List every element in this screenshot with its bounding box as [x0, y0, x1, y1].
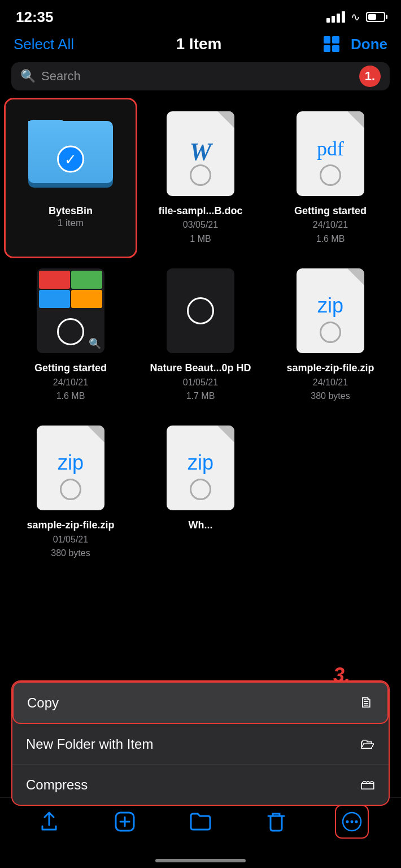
- file-item-zip1[interactable]: zip sample-zip-file.zip 24/10/21 380 byt…: [265, 257, 395, 414]
- compress-menu-item[interactable]: Compress 🗃: [12, 765, 389, 805]
- file-size: 380 bytes: [311, 390, 350, 402]
- file-item-zip2[interactable]: zip sample-zip-file.zip 01/05/21 380 byt…: [6, 414, 136, 571]
- status-time: 12:35: [16, 8, 54, 26]
- zip2-doc-icon: zip: [37, 426, 104, 510]
- status-bar: 12:35 ∿: [0, 0, 401, 31]
- search-bar[interactable]: 🔍 Search 1.: [11, 62, 390, 90]
- copy-icon: 🗎: [359, 694, 374, 711]
- step1-badge: 1.: [359, 66, 381, 87]
- zip3-doc-icon-wrap: zip: [155, 423, 246, 513]
- file-name: BytesBin: [49, 205, 93, 218]
- copy-menu-item[interactable]: Copy 🗎: [12, 682, 389, 724]
- file-name: sample-zip-file.zip: [286, 362, 374, 375]
- share-button[interactable]: [32, 805, 66, 839]
- file-size: 1.6 MB: [56, 390, 85, 402]
- file-item-video[interactable]: Nature Beaut...0p HD 01/05/21 1.7 MB: [136, 257, 265, 414]
- file-item-zip3[interactable]: zip Wh...: [136, 414, 265, 571]
- file-date: 24/10/21: [313, 219, 348, 231]
- context-menu: Copy 🗎 New Folder with Item 🗁 Compress 🗃: [11, 680, 390, 806]
- copy-label: Copy: [27, 695, 59, 711]
- file-date: 24/10/21: [313, 376, 348, 389]
- file-date: 03/05/21: [183, 219, 218, 231]
- battery-icon: [366, 12, 385, 22]
- nav-right-actions: Done: [324, 36, 387, 53]
- zip-doc-icon-wrap: zip: [285, 266, 376, 356]
- file-size: 1 MB: [190, 233, 211, 245]
- trash-button[interactable]: [259, 805, 293, 839]
- file-item-image[interactable]: 🔍 Getting started 24/10/21 1.6 MB: [6, 257, 136, 414]
- file-item-bytesbin[interactable]: ✓ BytesBin 1 item: [6, 99, 136, 257]
- search-input[interactable]: Search: [41, 69, 381, 84]
- file-name: Getting started: [34, 362, 107, 375]
- word-doc-icon-wrap: W: [155, 108, 246, 199]
- folder-icon-wrap: ✓: [25, 108, 116, 199]
- more-button[interactable]: 2.: [335, 805, 369, 839]
- file-date: 01/05/21: [183, 376, 218, 389]
- folder-button[interactable]: [184, 805, 217, 839]
- zip-doc-icon: zip: [297, 268, 364, 353]
- file-size: 380 bytes: [51, 547, 90, 559]
- new-folder-label: New Folder with Item: [26, 736, 153, 752]
- file-name: file-sampl...B.doc: [158, 205, 242, 218]
- file-name: Nature Beaut...0p HD: [150, 362, 251, 375]
- search-icon: 🔍: [20, 69, 36, 84]
- new-folder-menu-item[interactable]: New Folder with Item 🗁: [12, 724, 389, 765]
- image-thumbnail: 🔍: [37, 268, 104, 353]
- file-name: Getting started: [294, 205, 367, 218]
- file-item-pdf[interactable]: pdf Getting started 24/10/21 1.6 MB: [265, 99, 395, 257]
- nav-bar: Select All 1 Item Done: [0, 31, 401, 60]
- word-doc-icon: W: [167, 111, 234, 196]
- select-all-button[interactable]: Select All: [14, 36, 74, 53]
- svg-point-3: [351, 821, 354, 823]
- video-thumbnail: [167, 268, 234, 353]
- file-grid: ✓ BytesBin 1 item W file-sampl...B.doc 0…: [0, 99, 401, 571]
- status-icons: ∿: [326, 10, 385, 24]
- nav-title: 1 Item: [176, 35, 222, 53]
- pdf-doc-icon: pdf: [297, 111, 364, 196]
- svg-point-2: [346, 821, 349, 823]
- file-date: 01/05/21: [53, 533, 88, 546]
- file-date: 24/10/21: [53, 376, 88, 389]
- svg-point-4: [355, 821, 358, 823]
- new-folder-icon: 🗁: [360, 735, 375, 753]
- file-name: Wh...: [189, 519, 213, 532]
- compress-icon: 🗃: [360, 776, 375, 793]
- pdf-doc-icon-wrap: pdf: [285, 108, 376, 199]
- step3-badge: 3.: [333, 663, 350, 687]
- folder-checkmark-icon: ✓: [57, 146, 84, 173]
- home-indicator: [155, 859, 246, 862]
- signal-icon: [326, 11, 345, 23]
- image-icon-wrap: 🔍: [25, 266, 116, 356]
- grid-view-icon[interactable]: [324, 36, 339, 52]
- compress-label: Compress: [26, 777, 88, 793]
- zip2-doc-icon-wrap: zip: [25, 423, 116, 513]
- file-meta: 1 item: [58, 218, 84, 229]
- zip3-doc-icon: zip: [167, 426, 234, 510]
- add-button[interactable]: [108, 805, 142, 839]
- video-icon-wrap: [155, 266, 246, 356]
- file-size: 1.7 MB: [186, 390, 215, 402]
- file-name: sample-zip-file.zip: [27, 519, 114, 532]
- file-item-word[interactable]: W file-sampl...B.doc 03/05/21 1 MB: [136, 99, 265, 257]
- wifi-icon: ∿: [351, 10, 360, 24]
- file-size: 1.6 MB: [316, 233, 345, 245]
- done-button[interactable]: Done: [351, 36, 387, 53]
